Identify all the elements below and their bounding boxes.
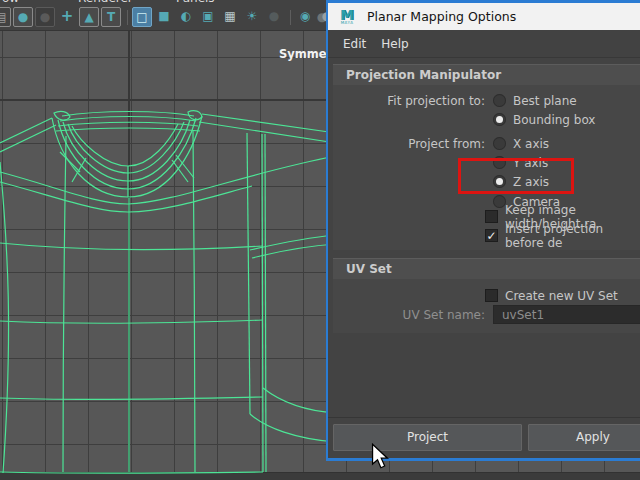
insert-projection-label[interactable]: Insert projection before de xyxy=(505,222,640,250)
mouse-cursor xyxy=(371,443,389,469)
uv-set-name-field[interactable]: uvSet1 xyxy=(493,305,640,324)
apply-button[interactable]: Apply xyxy=(528,424,640,451)
inactive-circle-icon[interactable]: ● xyxy=(35,7,55,27)
menu-item-edit[interactable]: Edit xyxy=(343,37,366,51)
fit-projection-label: Fit projection to: xyxy=(333,94,493,108)
create-uv-set-checkbox[interactable] xyxy=(485,289,498,302)
image-plane-icon[interactable]: ▲ xyxy=(79,7,99,27)
insert-projection-row: ✓ Insert projection before de xyxy=(485,226,640,245)
menu-item-panels[interactable]: Panels xyxy=(176,0,215,5)
maya-logo-icon: M MAYA xyxy=(337,7,357,27)
menu-item-renderer[interactable]: Renderer xyxy=(78,0,133,5)
dialog-title: Planar Mapping Options xyxy=(367,9,516,24)
insert-projection-checkbox[interactable]: ✓ xyxy=(485,229,498,242)
dialog-menu-bar: Edit Help xyxy=(328,30,640,58)
sphere-tool-icon[interactable]: ● xyxy=(13,7,33,27)
create-uv-set-label[interactable]: Create new UV Set xyxy=(505,289,618,303)
uv-set-name-label: UV Set name: xyxy=(333,308,493,322)
uv-set-header[interactable]: UV Set xyxy=(333,258,640,279)
dialog-title-bar[interactable]: M MAYA Planar Mapping Options xyxy=(328,3,640,30)
uv-set-content: Create new UV Set UV Set name: uvSet1 xyxy=(333,279,640,333)
wireframe-cube-icon[interactable]: □ xyxy=(132,7,152,27)
shaded-cube-icon[interactable]: ■ xyxy=(154,7,174,27)
snap-grid-icon[interactable]: + xyxy=(57,7,77,27)
project-button[interactable]: Project xyxy=(333,424,522,451)
half-sphere-icon[interactable]: ◐ xyxy=(176,7,196,27)
button-row-separator xyxy=(328,417,640,418)
planar-mapping-options-dialog: M MAYA Planar Mapping Options Edit Help … xyxy=(326,0,640,461)
create-uv-set-row: Create new UV Set xyxy=(485,286,618,305)
radio-x-axis[interactable] xyxy=(493,137,506,150)
fit-bounding-box-row: Bounding box xyxy=(333,110,595,129)
fit-best-plane-row: Fit projection to: Best plane xyxy=(333,91,577,110)
radio-x-axis-label[interactable]: X axis xyxy=(513,137,549,151)
radio-best-plane-label[interactable]: Best plane xyxy=(513,94,577,108)
radio-best-plane[interactable] xyxy=(493,94,506,107)
menu-item-ow[interactable]: ow xyxy=(2,0,19,5)
checkerboard-icon[interactable]: ▦ xyxy=(220,7,240,27)
keep-ratio-checkbox[interactable] xyxy=(485,210,498,223)
radio-bounding-box-label[interactable]: Bounding box xyxy=(513,113,595,127)
light-icon[interactable]: ☀ xyxy=(242,7,262,27)
tshirt-uv-wireframe xyxy=(0,0,336,480)
radio-bounding-box[interactable] xyxy=(493,113,506,126)
film-strip-icon[interactable]: ▤ xyxy=(0,7,11,27)
viewport-icon-row: ▤ ● ● + ▲ T □ ■ ◐ ▣ ▦ ☀ ● ◉ ● ☾ xyxy=(0,7,361,27)
projection-manipulator-header[interactable]: Projection Manipulator xyxy=(333,64,640,85)
uv-set-name-row: UV Set name: uvSet1 xyxy=(333,305,640,324)
xray-sphere-icon[interactable]: ◉ xyxy=(295,7,315,27)
project-from-label: Project from: xyxy=(333,137,493,151)
red-highlight-annotation xyxy=(458,158,574,194)
textured-cube-icon[interactable]: ▣ xyxy=(198,7,218,27)
text-tool-icon[interactable]: T xyxy=(101,7,121,27)
toolbar-separator xyxy=(127,10,128,25)
disabled-sphere-icon[interactable]: ● xyxy=(264,7,284,27)
menu-item-help[interactable]: Help xyxy=(381,37,408,51)
project-x-axis-row: Project from: X axis xyxy=(333,134,549,153)
maya-application-window: ow Renderer Panels ▤ ● ● + ▲ T □ ■ ◐ ▣ ▦… xyxy=(0,0,640,480)
toolbar-separator xyxy=(290,10,291,25)
